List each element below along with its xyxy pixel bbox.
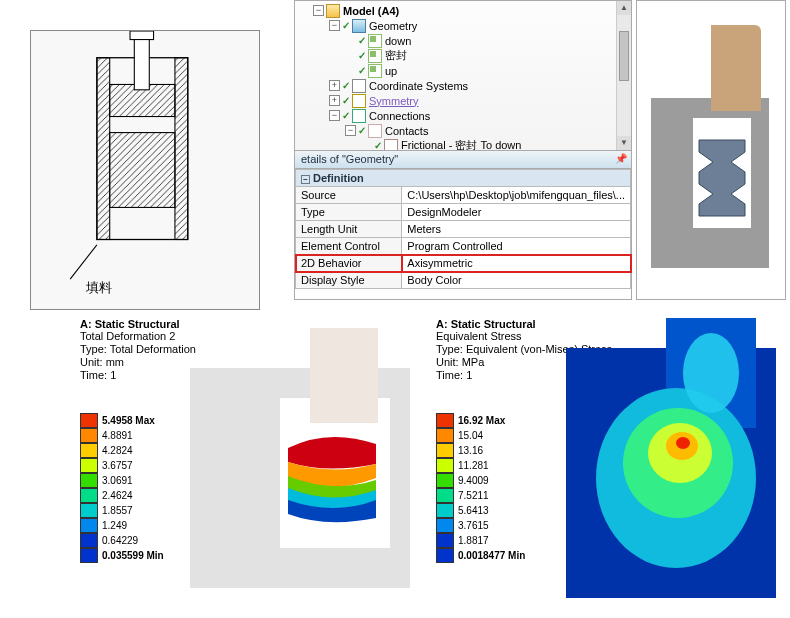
tree-node-contacts[interactable]: −✓Contacts (299, 123, 631, 138)
prop-value[interactable]: C:\Users\hp\Desktop\job\mifengquan_files… (402, 187, 631, 204)
svg-point-19 (676, 437, 690, 449)
tree-label: 密封 (385, 48, 407, 63)
tree-node-geometry[interactable]: −✓Geometry (299, 18, 631, 33)
check-icon: ✓ (342, 110, 350, 121)
table-row[interactable]: Length UnitMeters (296, 221, 631, 238)
legend-value: 5.4958 Max (102, 415, 155, 426)
table-row[interactable]: TypeDesignModeler (296, 204, 631, 221)
check-icon: ✓ (374, 140, 382, 151)
body-icon (368, 64, 382, 78)
contacts-icon (368, 124, 382, 138)
legend-value: 5.6413 (458, 505, 489, 516)
prop-key: Type (296, 204, 402, 221)
check-icon: ✓ (358, 35, 366, 46)
tree-label: Symmetry (369, 95, 419, 107)
legend-value: 3.7615 (458, 520, 489, 531)
details-title: etails of "Geometry" (301, 153, 398, 165)
tree-node-coord[interactable]: +✓Coordinate Systems (299, 78, 631, 93)
prop-key: Source (296, 187, 402, 204)
tree-node-connections[interactable]: −✓Connections (299, 108, 631, 123)
prop-key: Display Style (296, 272, 402, 289)
mechanical-sketch: 填料 (30, 30, 260, 310)
body-icon (368, 49, 382, 63)
frictional-icon (384, 139, 398, 152)
tree-label: Connections (369, 110, 430, 122)
prop-value[interactable]: DesignModeler (402, 204, 631, 221)
tree-node-model[interactable]: −Model (A4) (299, 3, 631, 18)
tree-node-body[interactable]: ✓up (299, 63, 631, 78)
model-tree[interactable]: −Model (A4) −✓Geometry ✓down ✓密封 ✓up +✓C… (295, 1, 631, 151)
prop-key: 2D Behavior (296, 255, 402, 272)
collapse-icon[interactable]: − (329, 110, 340, 121)
legend-value: 0.035599 Min (102, 550, 164, 561)
tree-label: down (385, 35, 411, 47)
symmetry-icon (352, 94, 366, 108)
collapse-icon[interactable]: − (345, 125, 356, 136)
svg-rect-12 (310, 328, 378, 423)
legend-value: 4.2824 (102, 445, 133, 456)
svg-rect-2 (175, 58, 188, 240)
svg-rect-5 (134, 36, 149, 89)
table-group-row[interactable]: −Definition (296, 170, 631, 187)
legend-value: 0.64229 (102, 535, 138, 546)
tree-node-symmetry[interactable]: +✓Symmetry (299, 93, 631, 108)
prop-key: Length Unit (296, 221, 402, 238)
group-label: Definition (313, 172, 364, 184)
model-viewport[interactable] (636, 0, 786, 300)
legend-value: 3.0691 (102, 475, 133, 486)
legend-value: 3.6757 (102, 460, 133, 471)
collapse-icon[interactable]: − (313, 5, 324, 16)
legend-value: 7.5211 (458, 490, 489, 501)
legend-value: 4.8891 (102, 430, 133, 441)
stress-contour (566, 318, 776, 608)
prop-key: Element Control (296, 238, 402, 255)
expand-icon[interactable]: + (329, 80, 340, 91)
expand-icon[interactable]: + (329, 95, 340, 106)
tree-label: Geometry (369, 20, 417, 32)
tree-node-frictional[interactable]: ✓Frictional - 密封 To down (299, 138, 631, 151)
check-icon: ✓ (358, 50, 366, 61)
check-icon: ✓ (342, 95, 350, 106)
legend-value: 16.92 Max (458, 415, 505, 426)
svg-line-7 (70, 245, 97, 279)
legend-value: 1.249 (102, 520, 127, 531)
collapse-icon[interactable]: − (301, 175, 310, 184)
result-equivalent-stress: A: Static Structural Equivalent Stress T… (436, 318, 776, 608)
coord-icon (352, 79, 366, 93)
legend-value: 11.281 (458, 460, 489, 471)
legend-value: 15.04 (458, 430, 483, 441)
tree-node-body[interactable]: ✓密封 (299, 48, 631, 63)
pin-icon[interactable]: 📌 (615, 153, 627, 164)
legend-value: 1.8817 (458, 535, 489, 546)
outline-panel: −Model (A4) −✓Geometry ✓down ✓密封 ✓up +✓C… (294, 0, 632, 300)
check-icon: ✓ (342, 20, 350, 31)
tree-scrollbar[interactable]: ▲ ▼ (616, 1, 631, 150)
geometry-icon (352, 19, 366, 33)
table-row[interactable]: Display StyleBody Color (296, 272, 631, 289)
table-row[interactable]: Element ControlProgram Controlled (296, 238, 631, 255)
scroll-up-icon[interactable]: ▲ (617, 1, 631, 15)
tree-label: Contacts (385, 125, 428, 137)
scroll-down-icon[interactable]: ▼ (617, 136, 631, 150)
model-icon (326, 4, 340, 18)
scroll-thumb[interactable] (619, 31, 629, 81)
legend-value: 2.4624 (102, 490, 133, 501)
svg-rect-1 (97, 58, 110, 240)
prop-value[interactable]: Body Color (402, 272, 631, 289)
tree-label: Model (A4) (343, 5, 399, 17)
prop-value[interactable]: Program Controlled (402, 238, 631, 255)
table-row[interactable]: SourceC:\Users\hp\Desktop\job\mifengquan… (296, 187, 631, 204)
body-icon (368, 34, 382, 48)
svg-rect-4 (110, 133, 175, 208)
table-row-2d-behavior[interactable]: 2D BehaviorAxisymmetric (296, 255, 631, 272)
prop-value[interactable]: Axisymmetric (402, 255, 631, 272)
tree-label: Frictional - 密封 To down (401, 138, 521, 151)
collapse-icon[interactable]: − (329, 20, 340, 31)
prop-value[interactable]: Meters (402, 221, 631, 238)
tree-node-body[interactable]: ✓down (299, 33, 631, 48)
check-icon: ✓ (358, 125, 366, 136)
legend-value: 13.16 (458, 445, 483, 456)
tree-label: Coordinate Systems (369, 80, 468, 92)
legend-value: 0.0018477 Min (458, 550, 525, 561)
legend-value: 1.8557 (102, 505, 133, 516)
